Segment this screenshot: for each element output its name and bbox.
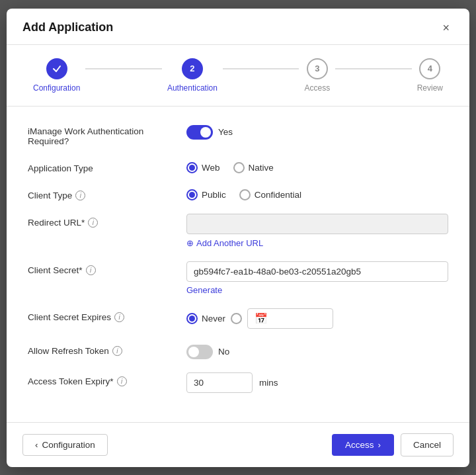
- client-type-confidential[interactable]: Confidential: [239, 189, 301, 200]
- allow-refresh-control: No: [186, 342, 448, 359]
- cancel-button[interactable]: Cancel: [401, 433, 454, 456]
- allow-refresh-row: Allow Refresh Token i No: [28, 342, 448, 359]
- client-type-public[interactable]: Public: [186, 189, 226, 200]
- dialog-footer: ‹ Configuration Access › Cancel: [7, 422, 469, 467]
- client-type-control: Public Confidential: [186, 187, 448, 200]
- back-button[interactable]: ‹ Configuration: [22, 434, 108, 456]
- mins-label: mins: [259, 378, 278, 388]
- add-url-link[interactable]: ⊕ Add Another URL: [186, 238, 263, 248]
- app-type-row: Application Type Web Native: [28, 159, 448, 173]
- client-type-public-radio[interactable]: [186, 189, 198, 200]
- access-token-info-icon[interactable]: i: [117, 376, 127, 386]
- step-4-circle: 4: [419, 58, 440, 79]
- redirect-url-input[interactable]: [186, 214, 448, 234]
- mins-wrap: mins: [186, 372, 448, 393]
- date-picker-box[interactable]: 📅: [247, 308, 333, 329]
- client-secret-expires-row: Client Secret Expires i Never 📅: [28, 308, 448, 329]
- step-authentication: 2 Authentication: [167, 58, 218, 93]
- step-configuration: Configuration: [33, 58, 80, 93]
- expires-info-icon[interactable]: i: [114, 312, 124, 322]
- redirect-url-label: Redirect URL* i: [28, 214, 186, 228]
- client-type-row: Client Type i Public Confidential: [28, 187, 448, 200]
- redirect-url-row: Redirect URL* i ⊕ Add Another URL: [28, 214, 448, 248]
- app-type-web-radio[interactable]: [186, 162, 198, 173]
- dialog-title: Add Application: [22, 21, 113, 34]
- step-2-label: Authentication: [167, 83, 218, 93]
- expires-date[interactable]: [231, 313, 242, 324]
- form-body: iManage Work Authentication Required? Ye…: [7, 107, 469, 422]
- app-type-label: Application Type: [28, 159, 186, 173]
- app-type-control: Web Native: [186, 159, 448, 173]
- access-token-label: Access Token Expiry* i: [28, 372, 186, 386]
- app-type-radio-group: Web Native: [186, 159, 448, 173]
- footer-right: Access › Cancel: [332, 433, 454, 456]
- allow-refresh-label: Allow Refresh Token i: [28, 342, 186, 356]
- add-application-dialog: Add Application × Configuration 2 Authen…: [7, 9, 469, 467]
- client-secret-row: Client Secret* i Generate: [28, 261, 448, 295]
- imanage-auth-row: iManage Work Authentication Required? Ye…: [28, 122, 448, 146]
- step-1-label: Configuration: [33, 83, 80, 93]
- access-token-input[interactable]: [186, 372, 253, 393]
- client-secret-input[interactable]: [186, 261, 448, 282]
- stepper: Configuration 2 Authentication 3 Access …: [7, 45, 469, 107]
- client-type-confidential-radio[interactable]: [239, 189, 251, 200]
- allow-refresh-info-icon[interactable]: i: [112, 346, 122, 356]
- expires-never[interactable]: Never: [186, 313, 225, 324]
- step-2-circle: 2: [182, 58, 203, 79]
- access-button[interactable]: Access ›: [332, 434, 394, 456]
- client-type-label: Client Type i: [28, 187, 186, 200]
- step-3-label: Access: [304, 83, 330, 93]
- back-chevron-icon: ‹: [35, 440, 38, 450]
- imanage-auth-control: Yes: [186, 122, 448, 140]
- client-type-public-label: Public: [202, 190, 226, 200]
- expires-input-wrap: Never 📅: [186, 308, 448, 329]
- access-token-row: Access Token Expiry* i mins: [28, 372, 448, 393]
- imanage-auth-label: iManage Work Authentication Required?: [28, 122, 186, 146]
- expires-date-radio[interactable]: [231, 313, 242, 324]
- app-type-web[interactable]: Web: [186, 162, 220, 173]
- step-4-label: Review: [417, 83, 443, 93]
- client-secret-control: Generate: [186, 261, 448, 295]
- expires-never-radio[interactable]: [186, 313, 198, 324]
- step-line-2-3: [223, 68, 299, 69]
- redirect-url-control: ⊕ Add Another URL: [186, 214, 448, 248]
- dialog-header: Add Application ×: [7, 9, 469, 45]
- access-token-control: mins: [186, 372, 448, 393]
- client-type-radio-group: Public Confidential: [186, 187, 448, 200]
- step-1-circle: [46, 58, 67, 79]
- app-type-web-label: Web: [202, 163, 220, 173]
- plus-icon: ⊕: [186, 238, 194, 248]
- generate-link[interactable]: Generate: [186, 285, 222, 295]
- access-chevron-icon: ›: [377, 440, 381, 450]
- client-type-info-icon[interactable]: i: [75, 191, 85, 200]
- add-url-label: Add Another URL: [196, 238, 263, 248]
- close-button[interactable]: ×: [438, 21, 454, 35]
- allow-refresh-value: No: [218, 347, 229, 357]
- client-type-confidential-label: Confidential: [255, 190, 301, 200]
- app-type-native-label: Native: [249, 163, 274, 173]
- step-3-circle: 3: [307, 58, 328, 79]
- imanage-auth-toggle[interactable]: [186, 125, 213, 140]
- step-review: 4 Review: [417, 58, 443, 93]
- app-type-native-radio[interactable]: [233, 162, 245, 173]
- client-secret-expires-control: Never 📅: [186, 308, 448, 329]
- allow-refresh-toggle[interactable]: [186, 345, 213, 359]
- calendar-icon: 📅: [255, 312, 268, 325]
- client-secret-label: Client Secret* i: [28, 261, 186, 275]
- expires-never-label: Never: [202, 314, 225, 324]
- redirect-url-info-icon[interactable]: i: [88, 218, 98, 228]
- app-type-native[interactable]: Native: [233, 162, 274, 173]
- back-button-label: Configuration: [42, 440, 95, 450]
- client-secret-expires-label: Client Secret Expires i: [28, 308, 186, 322]
- access-button-label: Access: [345, 440, 374, 450]
- imanage-auth-value: Yes: [218, 127, 233, 137]
- step-access: 3 Access: [304, 58, 330, 93]
- step-line-1-2: [85, 68, 162, 69]
- client-secret-info-icon[interactable]: i: [86, 265, 96, 275]
- step-line-3-4: [335, 68, 412, 69]
